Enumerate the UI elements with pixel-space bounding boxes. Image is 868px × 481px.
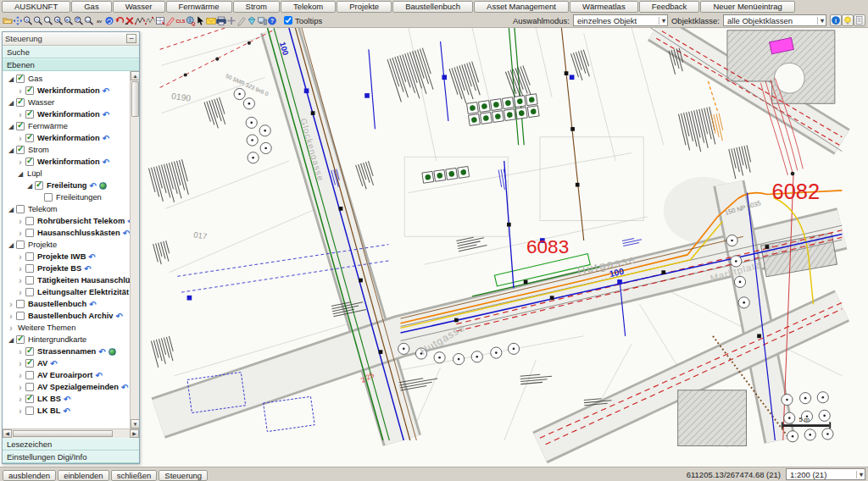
layer-checkbox[interactable] — [25, 252, 34, 261]
horizontal-scrollbar[interactable]: ◀ ▶ — [3, 428, 139, 438]
section-suche[interactable]: Suche — [3, 46, 139, 58]
layer-item-wasser[interactable]: ◢Wasser — [3, 97, 130, 108]
expand-icon[interactable]: › — [7, 300, 15, 309]
layer-checkbox[interactable] — [25, 110, 34, 119]
layer-item-baustellenbuch-archiv[interactable]: ›Baustellenbuch Archiv↶ — [3, 310, 130, 322]
section-lesezeichen[interactable]: Lesezeichen — [3, 438, 139, 451]
open-folder-icon[interactable] — [3, 14, 13, 27]
refresh-layer-icon[interactable]: ↶ — [98, 347, 105, 357]
expand-icon[interactable]: › — [16, 383, 25, 392]
statusbar-button-ausblenden[interactable]: ausblenden — [3, 470, 56, 481]
info-pointer-icon[interactable] — [196, 14, 206, 27]
layer-item-av-euroairport[interactable]: ›AV Euroairport↶ — [3, 369, 130, 381]
layer-checkbox[interactable] — [16, 122, 25, 130]
info-circle-icon[interactable]: i — [830, 14, 842, 26]
auswahlmodus-select[interactable]: einzelnes Objekt▾ — [573, 14, 668, 26]
layer-item-t-tigkeiten-hausanschl-sse[interactable]: ›Tätigkeiten Hausanschlüsse↶ — [3, 274, 130, 286]
menu-item-gas[interactable]: Gas — [71, 1, 111, 13]
edit-icon[interactable] — [236, 14, 247, 27]
scrollbar-thumb[interactable] — [131, 81, 139, 117]
refresh-layer-icon[interactable]: ↶ — [88, 252, 95, 262]
expand-icon[interactable]: › — [7, 323, 15, 333]
cls-icon[interactable]: CLS — [175, 14, 186, 27]
refresh-layer-icon[interactable]: ↶ — [89, 300, 96, 309]
layer-item-av-spezialgemeinden[interactable]: ›AV Spezialgemeinden↶ — [3, 381, 130, 393]
refresh-layer-icon[interactable]: ↶ — [90, 181, 97, 191]
expand-icon[interactable]: › — [16, 252, 25, 262]
layer-checkbox[interactable] — [16, 205, 25, 213]
globe-icon[interactable] — [99, 182, 107, 190]
statusbar-button-schlie-en[interactable]: schließen — [111, 470, 158, 481]
menu-item-baustellenbuch[interactable]: Baustellenbuch — [392, 1, 473, 13]
expand-icon[interactable]: › — [16, 134, 25, 143]
menu-item-auskunft[interactable]: AUSKUNFT — [2, 1, 70, 13]
previous-view-icon[interactable]: ◂ — [53, 14, 64, 27]
collapse-icon[interactable]: ◢ — [7, 99, 15, 107]
scroll-right-icon[interactable]: ▶ — [130, 429, 139, 438]
collapse-icon[interactable]: ◢ — [7, 336, 15, 344]
digitize-icon[interactable] — [165, 14, 175, 27]
layer-checkbox[interactable] — [16, 75, 25, 83]
scroll-up-icon[interactable]: ▲ — [131, 71, 139, 80]
section-ebenen[interactable]: Ebenen — [3, 58, 139, 71]
refresh-layer-icon[interactable]: ↶ — [121, 383, 128, 392]
layer-item-werkinformation[interactable]: ›Werkinformation↶ — [3, 108, 130, 120]
layer-item-weitere-themen[interactable]: ›Weitere Themen — [3, 322, 130, 334]
layer-checkbox[interactable] — [16, 300, 25, 308]
refresh-layer-icon[interactable]: ↶ — [123, 229, 130, 238]
layer-checkbox[interactable] — [25, 395, 34, 403]
next-view-icon[interactable]: ▸ — [64, 14, 74, 27]
scale-select[interactable]: 1:200 (21)▾ — [786, 468, 865, 480]
expand-icon[interactable]: › — [16, 406, 25, 416]
objektklasse-select[interactable]: alle Objektklassen▾ — [723, 14, 826, 26]
clear-selection-icon[interactable] — [125, 14, 135, 27]
map-canvas[interactable]: 608260830190017100100HutgasseHutgasseMar… — [0, 28, 868, 467]
menu-item-projekte[interactable]: Projekte — [337, 1, 392, 13]
layer-item-leitungsalter-elektrizit-t[interactable]: ›Leitungsalter Elektrizität↶ — [3, 286, 130, 298]
layer-checkbox[interactable] — [16, 98, 25, 107]
layer-checkbox[interactable] — [25, 288, 34, 296]
layer-item-werkinformation[interactable]: ›Werkinformation↶ — [3, 85, 130, 97]
layer-checkbox[interactable] — [16, 335, 25, 344]
layer-checkbox[interactable] — [25, 229, 34, 237]
panel-title-bar[interactable]: Steuerung – — [3, 32, 139, 46]
refresh-layer-icon[interactable]: ↶ — [64, 395, 70, 404]
layer-item-projekte-bs[interactable]: ›Projekte BS↶ — [3, 263, 130, 274]
tooltips-checkbox[interactable] — [284, 16, 292, 25]
refresh-layer-icon[interactable]: ↶ — [50, 359, 57, 368]
layer-item-hintergrundkarte[interactable]: ◢Hintergrundkarte — [3, 334, 130, 346]
expand-icon[interactable]: › — [16, 264, 25, 274]
layer-item-strassennamen[interactable]: ›Strassennamen↶ — [3, 346, 130, 357]
layer-checkbox[interactable] — [16, 240, 25, 249]
scroll-down-icon[interactable]: ▼ — [131, 419, 139, 428]
expand-icon[interactable]: › — [16, 359, 25, 368]
layer-item-l-pl[interactable]: ◢Lüpl — [3, 168, 130, 180]
layer-item-rohr-bersicht-telekom[interactable]: ›Rohrübersicht Telekom↶ — [3, 215, 130, 227]
layer-checkbox[interactable] — [25, 158, 34, 166]
zoom-extent-icon[interactable] — [13, 14, 23, 27]
gem-icon[interactable] — [247, 14, 257, 27]
scrollbar-thumb[interactable] — [13, 430, 113, 437]
expand-icon[interactable]: › — [16, 347, 25, 357]
expand-icon[interactable]: › — [16, 276, 25, 285]
layer-item-strom[interactable]: ◢Strom — [3, 144, 130, 156]
expand-icon[interactable]: › — [16, 288, 25, 297]
expand-icon[interactable]: › — [16, 217, 25, 226]
layer-checkbox[interactable] — [25, 276, 34, 285]
layer-item-telekom[interactable]: ◢Telekom — [3, 203, 130, 215]
pan-icon[interactable]: P — [74, 14, 84, 27]
menu-item-w-rmeatlas[interactable]: Wärmeatlas — [570, 1, 638, 13]
menu-item-strom[interactable]: Strom — [233, 1, 280, 13]
layer-checkbox[interactable] — [25, 383, 34, 391]
layer-checkbox[interactable] — [16, 312, 25, 320]
refresh-layer-icon[interactable]: ↶ — [103, 134, 109, 143]
layer-item-hausanschlussk-sten[interactable]: ›Hausanschlusskästen↶ — [3, 227, 130, 239]
session-icon[interactable] — [257, 14, 267, 27]
collapse-icon[interactable]: ◢ — [25, 182, 34, 190]
layer-checkbox[interactable] — [44, 193, 53, 202]
layer-item-projekte-iwb[interactable]: ›Projekte IWB↶ — [3, 251, 130, 263]
layer-checkbox[interactable] — [25, 406, 34, 415]
expand-icon[interactable]: › — [16, 86, 25, 96]
tooltips-toggle[interactable]: Tooltips — [284, 16, 322, 25]
menu-item-feedback[interactable]: Feedback — [639, 1, 700, 13]
